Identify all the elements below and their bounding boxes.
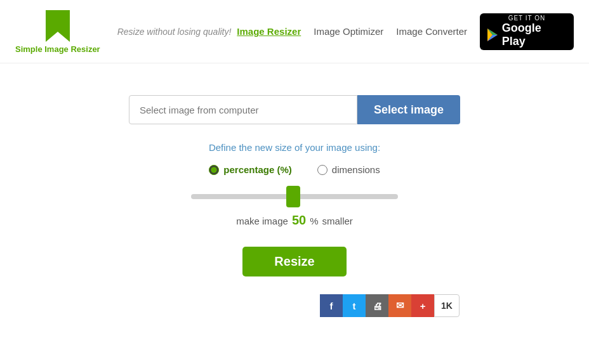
resize-button[interactable]: Resize <box>242 247 346 276</box>
google-play-text: Google Play <box>502 22 567 48</box>
percent-value: 50 <box>292 213 306 228</box>
mail-icon: ✉ <box>396 300 404 311</box>
make-image-row: make image 50 % smaller <box>236 213 353 228</box>
nav-links: Image Resizer Image Optimizer Image Conv… <box>237 26 467 37</box>
slider-container <box>191 190 398 202</box>
google-play-bottom: Google Play <box>486 22 567 48</box>
resize-slider[interactable] <box>191 194 398 199</box>
facebook-share-button[interactable]: f <box>320 294 343 317</box>
google-play-button[interactable]: GET IT ON Google Play <box>480 13 574 50</box>
twitter-share-button[interactable]: t <box>343 294 366 317</box>
logo-area: Simple Image Resizer <box>15 9 100 54</box>
file-input-row: Select image <box>129 95 460 124</box>
main-content: Select image Define the new size of your… <box>0 63 589 336</box>
print-icon: 🖨 <box>373 301 382 311</box>
plus-share-button[interactable]: + <box>411 294 434 317</box>
radio-row: percentage (%) dimensions <box>209 164 380 175</box>
radio-dimensions-label: dimensions <box>332 164 380 175</box>
share-row: f t 🖨 ✉ + 1K <box>320 294 460 317</box>
nav-image-converter[interactable]: Image Converter <box>396 26 467 37</box>
share-count: 1K <box>434 294 460 317</box>
twitter-icon: t <box>353 301 356 311</box>
nav-image-resizer[interactable]: Image Resizer <box>237 26 301 37</box>
plus-icon: + <box>420 301 426 311</box>
print-share-button[interactable]: 🖨 <box>366 294 388 317</box>
nav-image-optimizer[interactable]: Image Optimizer <box>314 26 383 37</box>
radio-percentage-label: percentage (%) <box>223 164 292 175</box>
svg-marker-0 <box>46 10 70 42</box>
mail-share-button[interactable]: ✉ <box>388 294 411 317</box>
radio-percentage[interactable] <box>209 165 219 175</box>
get-it-on-text: GET IT ON <box>508 15 546 22</box>
make-image-label: make image <box>236 216 288 226</box>
logo-text: Simple Image Resizer <box>15 44 100 54</box>
select-image-button[interactable]: Select image <box>357 95 460 124</box>
percent-sign: % <box>310 216 318 226</box>
play-store-icon <box>486 28 499 42</box>
tagline: Resize without losing quality! <box>112 27 237 37</box>
radio-dimensions[interactable] <box>317 165 328 175</box>
header: Simple Image Resizer Resize without losi… <box>0 0 589 63</box>
radio-percentage-option[interactable]: percentage (%) <box>209 164 292 175</box>
define-text: Define the new size of your image using: <box>209 142 380 153</box>
smaller-label: smaller <box>322 216 352 226</box>
logo-icon <box>41 9 75 43</box>
radio-dimensions-option[interactable]: dimensions <box>317 164 380 175</box>
file-input[interactable] <box>129 95 357 124</box>
facebook-icon: f <box>330 301 333 311</box>
